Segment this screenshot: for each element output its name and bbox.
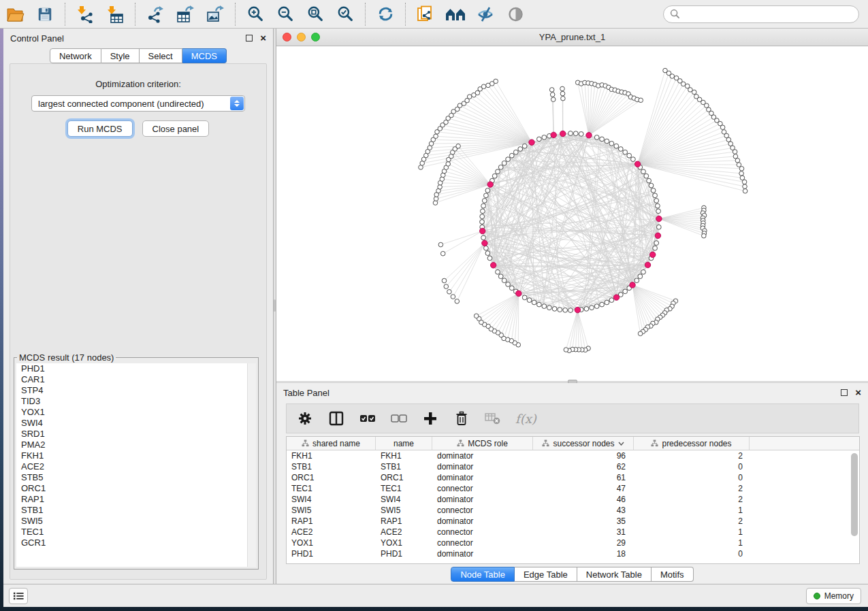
memory-status-icon — [814, 593, 820, 599]
mcds-result-item[interactable]: PMA2 — [16, 440, 256, 450]
tab-network[interactable]: Network — [50, 48, 101, 63]
export-image-icon[interactable] — [204, 3, 226, 25]
network-graph[interactable] — [276, 46, 868, 381]
tab-network-table[interactable]: Network Table — [577, 567, 652, 582]
zoom-fit-icon[interactable] — [304, 3, 326, 25]
table-scrollbar-thumb[interactable] — [851, 453, 858, 536]
toolbar-separator — [235, 3, 236, 26]
control-panel-tabbar: Network Style Select MCDS — [3, 48, 273, 63]
close-panel-icon[interactable]: × — [260, 35, 266, 42]
close-table-panel-icon[interactable]: × — [855, 389, 861, 396]
tab-style[interactable]: Style — [101, 48, 140, 63]
export-network-icon[interactable] — [144, 3, 166, 25]
table-row[interactable]: PHD1PHD1dominator180 — [287, 548, 859, 559]
optimization-criterion-select[interactable]: largest connected component (undirected) — [31, 95, 245, 112]
table-row[interactable]: RAP1RAP1dominator352 — [287, 516, 859, 527]
refresh-icon[interactable] — [374, 3, 396, 25]
show-all-icon[interactable] — [504, 3, 526, 25]
tab-node-table[interactable]: Node Table — [451, 567, 515, 582]
mcds-result-item[interactable]: GCR1 — [16, 538, 256, 548]
zoom-selected-icon[interactable] — [334, 3, 356, 25]
import-network-icon[interactable] — [74, 3, 96, 25]
select-all-columns-icon[interactable] — [359, 410, 376, 427]
mcds-result-item[interactable]: TEC1 — [16, 527, 256, 538]
mcds-result-groupbox: MCDS result (17 nodes) PHD1CAR1STP4TID3Y… — [14, 352, 259, 569]
optimization-criterion-label: Optimization criterion: — [10, 79, 266, 89]
result-scrollbar[interactable] — [247, 363, 256, 567]
node-table-body: FKH1FKH1dominator962STB1STB1dominator620… — [287, 450, 859, 559]
float-panel-icon[interactable] — [246, 35, 253, 42]
column-header-predecessor-nodes[interactable]: predecessor nodes — [634, 437, 750, 450]
mcds-result-item[interactable]: SWI5 — [16, 516, 256, 527]
table-panel: Table Panel × f(x) — [276, 383, 868, 584]
show-columns-icon[interactable] — [327, 410, 345, 427]
table-row[interactable]: YOX1YOX1connector291 — [287, 538, 859, 548]
mcds-result-item[interactable]: STB1 — [16, 505, 256, 516]
status-bar: Memory — [3, 584, 868, 607]
search-input[interactable] — [684, 9, 852, 19]
zoom-out-icon[interactable] — [274, 3, 296, 25]
delete-column-icon[interactable] — [453, 410, 470, 427]
select-stepper-icon — [230, 97, 244, 110]
node-table: shared name name MCDS role successor nod… — [286, 436, 860, 564]
hide-selected-icon[interactable] — [475, 3, 496, 25]
table-row[interactable]: SWI4SWI4dominator462 — [287, 494, 859, 505]
search-box — [663, 5, 859, 23]
tab-mcds[interactable]: MCDS — [182, 48, 227, 63]
table-row[interactable]: ACE2ACE2connector311 — [287, 527, 859, 538]
deselect-all-columns-icon[interactable] — [390, 410, 408, 427]
add-column-icon[interactable] — [421, 410, 439, 427]
main-toolbar — [0, 0, 868, 29]
toolbar-separator — [135, 3, 135, 26]
task-history-button[interactable] — [9, 588, 28, 604]
network-titlebar[interactable]: YPA_prune.txt_1 — [276, 29, 868, 46]
mcds-result-item[interactable]: YOX1 — [16, 407, 256, 418]
export-table-icon[interactable] — [174, 3, 196, 25]
tab-select[interactable]: Select — [140, 48, 182, 63]
float-table-panel-icon[interactable] — [841, 389, 848, 396]
search-icon — [670, 9, 680, 19]
mcds-result-item[interactable]: STP4 — [16, 385, 256, 396]
table-row[interactable]: TEC1TEC1connector472 — [287, 483, 859, 494]
table-row[interactable]: STB1STB1dominator620 — [287, 461, 859, 472]
new-network-from-selection-icon[interactable] — [415, 3, 436, 25]
toolbar-separator — [365, 3, 366, 26]
delete-table-icon-disabled — [484, 410, 502, 427]
close-panel-button[interactable]: Close panel — [142, 120, 210, 137]
table-settings-gear-icon[interactable] — [296, 410, 314, 427]
toolbar-separator — [65, 3, 65, 26]
import-table-icon[interactable] — [104, 3, 126, 25]
mcds-result-item[interactable]: RAP1 — [16, 494, 256, 505]
tab-edge-table[interactable]: Edge Table — [515, 567, 577, 582]
network-title: YPA_prune.txt_1 — [276, 32, 868, 42]
mcds-result-item[interactable]: STB5 — [16, 472, 256, 483]
column-header-successor-nodes[interactable]: successor nodes — [533, 437, 634, 450]
splitter-grip[interactable] — [274, 299, 276, 312]
mcds-result-title: MCDS result (17 nodes) — [17, 352, 116, 363]
control-panel: Control Panel × Network Style Select MCD… — [3, 29, 273, 584]
open-file-icon[interactable] — [4, 3, 26, 25]
tab-motifs[interactable]: Motifs — [652, 567, 694, 582]
memory-button[interactable]: Memory — [806, 588, 861, 604]
mcds-result-item[interactable]: ACE2 — [16, 461, 256, 472]
zoom-in-icon[interactable] — [244, 3, 266, 25]
column-header-shared-name[interactable]: shared name — [287, 437, 376, 450]
mcds-result-item[interactable]: CAR1 — [16, 374, 256, 385]
save-session-icon[interactable] — [34, 3, 56, 25]
first-neighbors-icon[interactable] — [445, 3, 466, 25]
column-header-mcds-role[interactable]: MCDS role — [432, 437, 533, 450]
mcds-result-item[interactable]: FKH1 — [16, 450, 256, 461]
table-scrollbar[interactable] — [851, 453, 858, 562]
table-row[interactable]: ORC1ORC1dominator610 — [287, 472, 859, 483]
mcds-result-item[interactable]: SRD1 — [16, 429, 256, 440]
column-header-filler — [750, 437, 859, 450]
table-toolbar: f(x) — [286, 403, 859, 433]
table-row[interactable]: FKH1FKH1dominator962 — [287, 450, 859, 461]
mcds-result-item[interactable]: TID3 — [16, 396, 256, 407]
table-row[interactable]: SWI5SWI5connector431 — [287, 505, 859, 516]
mcds-result-item[interactable]: ORC1 — [16, 483, 256, 494]
mcds-result-item[interactable]: PHD1 — [16, 363, 256, 374]
run-mcds-button[interactable]: Run MCDS — [67, 120, 133, 137]
mcds-result-item[interactable]: SWI4 — [16, 418, 256, 429]
column-header-name[interactable]: name — [376, 437, 432, 450]
